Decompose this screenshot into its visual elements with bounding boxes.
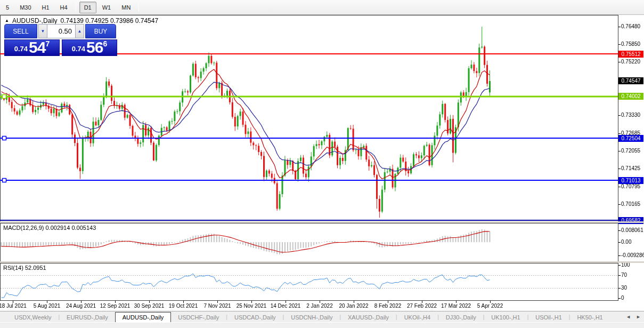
timeframe-button-h1[interactable]: H1 xyxy=(37,2,54,13)
volume-input[interactable] xyxy=(47,24,75,38)
timeframe-button-d1[interactable]: D1 xyxy=(79,2,96,13)
date-axis-label: 17 Mar 2022 xyxy=(441,303,471,309)
volume-decrease-button[interactable]: ▼ xyxy=(38,24,47,38)
price-axis-tick-label: 0.76480 xyxy=(621,23,640,29)
tab-ukoil-h4[interactable]: UKOil-,H4 xyxy=(397,313,438,322)
macd-axis-tick-label: -0.009286 xyxy=(621,252,644,258)
tab-usdcad-daily[interactable]: USDCAD-,Daily xyxy=(227,313,283,322)
date-axis-label: 20 Jan 2022 xyxy=(339,303,368,309)
date-axis-label: 2 Jan 2022 xyxy=(306,303,333,309)
date-axis-label: 18 Jul 2021 xyxy=(0,303,27,309)
chart-symbol-label: AUDUSD-,Daily xyxy=(12,17,58,25)
tab-xauusd-daily[interactable]: XAUUSD-,Daily xyxy=(341,313,396,322)
macd-axis-tick-label: 0.00 xyxy=(621,239,631,245)
tab-usdchf-daily[interactable]: USDCHF-,Daily xyxy=(171,313,226,322)
tab-hk50-h1[interactable]: HK50-,H1 xyxy=(570,313,609,322)
rsi-axis-tick-label: 0 xyxy=(621,295,624,301)
sell-price-prefix: 0.74 xyxy=(14,44,28,54)
sell-price-sup: 7 xyxy=(45,39,50,48)
date-axis-label: 24 Aug 2021 xyxy=(66,303,96,309)
sell-button[interactable]: SELL xyxy=(4,24,37,38)
collapse-panel-icon[interactable]: ▲ xyxy=(5,18,9,23)
timeframe-button-w1[interactable]: W1 xyxy=(97,2,116,13)
chart-ohlc-values: 0.74139 0.74925 0.73986 0.74547 xyxy=(61,17,159,25)
date-axis-label: 5 Apr 2022 xyxy=(477,303,503,309)
rsi-axis-tick-label: 30 xyxy=(621,285,627,291)
sell-price-big: 54 xyxy=(29,41,45,54)
date-axis-label: 7 Nov 2021 xyxy=(203,303,231,309)
macd-label: MACD(12,26,9) 0.002914 0.005143 xyxy=(3,225,96,231)
toolbar-separator xyxy=(76,3,76,12)
date-axis-label: 12 Sep 2021 xyxy=(100,303,131,309)
splitter-macd-rsi[interactable] xyxy=(0,261,644,263)
buy-price-prefix: 0.74 xyxy=(72,44,85,54)
date-axis-label: 30 Sep 2021 xyxy=(134,303,165,309)
splitter-main-macd[interactable] xyxy=(0,221,644,223)
price-level-badge: 0.74002 xyxy=(618,93,643,100)
symbol-tabbar: USDX,Weekly|EURUSD-,DailyAUDUSD-,DailyUS… xyxy=(0,311,644,322)
tab-audusd-daily[interactable]: AUDUSD-,Daily xyxy=(115,312,172,323)
scroll-tabs-right-icon[interactable]: ► xyxy=(636,314,641,319)
timeframe-button-h4[interactable]: H4 xyxy=(55,2,72,13)
price-axis-tick-label: 0.73330 xyxy=(621,112,640,118)
rsi-label: RSI(14) 52.0951 xyxy=(3,265,46,271)
tab-uk100-h1[interactable]: UK100-,H1 xyxy=(484,313,527,322)
tab-usoil-h1[interactable]: USOil-,H1 xyxy=(528,313,569,322)
sell-price-display[interactable]: 0.74 54 7 xyxy=(4,39,60,56)
tab-usdx-weekly[interactable]: USDX,Weekly xyxy=(7,313,58,322)
price-axis-tick-label: 0.75220 xyxy=(621,59,640,65)
rsi-axis-tick-label: 70 xyxy=(621,272,627,278)
volume-increase-button[interactable]: ▲ xyxy=(75,24,84,38)
tab-eurusd-daily[interactable]: EURUSD-,Daily xyxy=(60,313,115,322)
mt4-terminal: 5M30H1H4D1W1MN ▲ AUDUSD-,Daily 0.74139 0… xyxy=(0,0,644,328)
price-axis-tick-label: 0.70165 xyxy=(621,201,640,207)
toolbar-separator xyxy=(138,3,139,12)
date-axis-label: 8 Feb 2022 xyxy=(374,303,402,309)
timeframe-button-m15[interactable]: 5 xyxy=(1,2,14,13)
date-axis-label: 19 Oct 2021 xyxy=(169,303,198,309)
tab-dj30-daily[interactable]: DJ30-,Daily xyxy=(439,313,483,322)
status-bar xyxy=(0,322,644,328)
chart-title: ▲ AUDUSD-,Daily 0.74139 0.74925 0.73986 … xyxy=(5,17,158,25)
timeframe-button-mn[interactable]: MN xyxy=(117,2,135,13)
date-axis-label: 25 Nov 2021 xyxy=(237,303,267,309)
price-axis-tick-label: 0.71425 xyxy=(621,165,640,171)
buy-price-display[interactable]: 0.74 56 6 xyxy=(62,39,117,56)
price-level-badge: 0.75512 xyxy=(618,51,643,58)
timeframe-button-m30[interactable]: M30 xyxy=(15,2,36,13)
date-axis-label: 14 Dec 2021 xyxy=(271,303,301,309)
date-axis-label: 27 Feb 2022 xyxy=(407,303,437,309)
timeframe-toolbar: 5M30H1H4D1W1MN xyxy=(0,0,644,15)
price-axis-tick-label: 0.72055 xyxy=(621,148,640,154)
price-level-badge: 0.72504 xyxy=(618,135,643,142)
tab-usdcnh-daily[interactable]: USDCNH-,Daily xyxy=(284,313,339,322)
price-axis-tick-label: 0.75850 xyxy=(621,41,640,47)
date-axis-label: 5 Aug 2021 xyxy=(34,303,61,309)
macd-axis-tick-label: 0.008061 xyxy=(621,227,643,233)
price-axis-tick-label: 0.70795 xyxy=(621,183,640,189)
buy-button[interactable]: BUY xyxy=(85,24,116,38)
current-price-badge: 0.74547 xyxy=(618,77,643,84)
price-level-badge: 0.71013 xyxy=(618,177,643,184)
one-click-trading-panel: SELL ▼ ▲ BUY 0.74 54 7 0.74 56 6 xyxy=(4,24,117,56)
buy-price-sup: 6 xyxy=(103,39,107,48)
scroll-tabs-left-icon[interactable]: ◄ xyxy=(626,314,631,319)
buy-price-big: 56 xyxy=(86,41,103,54)
